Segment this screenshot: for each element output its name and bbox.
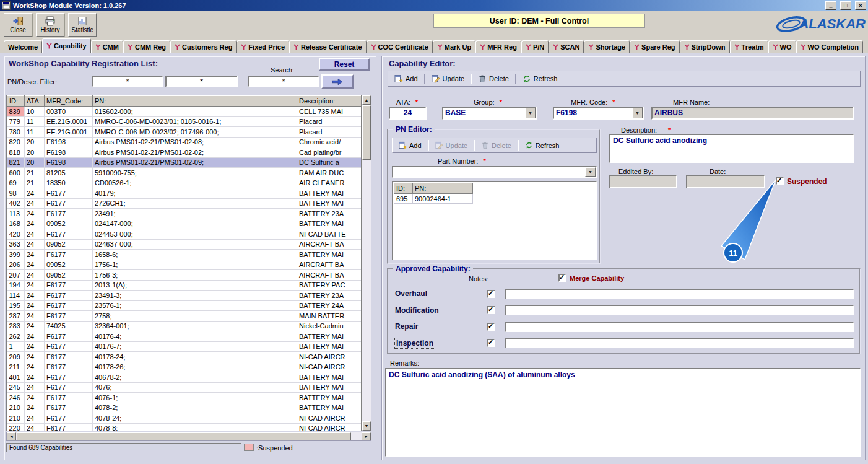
close-button[interactable]: Close [4,13,32,37]
table-row[interactable]: 77911EE.21G.0001MMRO-C-006-MD-0023/01; 0… [7,116,362,127]
approved-capability-checkbox[interactable] [487,290,495,298]
chevron-down-icon[interactable]: ▼ [525,108,536,118]
tab-cmm-reg[interactable]: CMM Reg [123,40,170,53]
scroll-right-button[interactable]: ► [362,432,371,440]
tab-fixed-price[interactable]: Fixed Price [237,40,289,53]
tab-shortage[interactable]: Shortage [584,40,630,53]
remarks-field[interactable]: DC Sulfuric acid anodizing (SAA) of alum… [385,368,861,457]
vertical-scroll-thumb[interactable] [362,105,371,160]
vertical-scrollbar[interactable]: ▲ ▼ [362,95,371,431]
table-row[interactable]: 3632409052024637-000;AIRCRAFT BA [7,239,362,250]
table-row[interactable]: 42024F6177024453-000;NI-CAD BATTE [7,229,362,240]
table-row[interactable]: 11424F617723491-3;BATTERY 23A [7,291,362,301]
search-go-button[interactable] [321,74,354,89]
table-row[interactable]: 39924F61771658-6;BATTERY MAI [7,250,362,260]
table-row[interactable]: 60021812055910090-755;RAM AIR DUC [7,168,362,178]
pn-update-button[interactable]: Update [431,140,472,151]
column-header-pn[interactable]: PN: [93,96,297,107]
tab-release-certificate[interactable]: Release Certificate [289,40,366,53]
table-row[interactable]: 24524F61774076;BATTERY MAI [7,382,362,393]
tab-treatm[interactable]: Treatm [730,40,768,53]
tab-customers-reg[interactable]: Customers Reg [170,40,237,53]
table-row[interactable]: 11324F617723491;BATTERY 23A [7,209,362,219]
pn-grid-row[interactable]: 69590002464-1 [394,194,473,204]
mfr-code-combo[interactable]: F6198 ▼ [553,107,644,120]
table-row[interactable]: 21024F61774078-2;BATTERY MAI [7,403,362,413]
editor-refresh-button[interactable]: Refresh [518,73,562,84]
table-row[interactable]: 692118350CD00526-1;AIR CLEANER [7,178,362,188]
merge-capability-checkbox[interactable] [558,274,566,282]
close-window-button[interactable]: × [855,1,866,10]
table-row[interactable]: 21024F61774078-24;NI-CAD AIRCR [7,413,362,424]
tab-coc-certificate[interactable]: COC Certificate [367,40,433,53]
column-header-mfr-code[interactable]: MFR_Code: [45,96,93,107]
column-header-id[interactable]: ID: [7,96,25,107]
table-row[interactable]: 26224F617740176-4;BATTERY MAI [7,331,362,342]
table-row[interactable]: 19524F617723576-1;BATTERY 24A [7,300,362,311]
pn-filter-input[interactable] [92,76,163,87]
scroll-up-button[interactable]: ▲ [362,95,371,105]
tab-welcome[interactable]: Welcome [4,40,42,53]
table-row[interactable]: 82020F6198Airbus PMS01-02-21/PMS01-02-08… [7,137,362,147]
tab-spare-reg[interactable]: Spare Reg [630,40,679,53]
table-row[interactable]: 40224F61772726CH1;BATTERY MAI [7,198,362,209]
approved-capability-checkbox[interactable] [487,323,495,331]
history-button[interactable]: History [36,13,64,37]
maximize-button[interactable]: □ [840,1,851,10]
table-row[interactable]: 24624F61774076-1;BATTERY MAI [7,393,362,403]
chevron-down-icon[interactable]: ▼ [585,167,596,177]
chevron-down-icon[interactable]: ▼ [632,108,643,118]
minimize-button[interactable]: _ [825,1,836,10]
statistic-button[interactable]: Statistic [68,13,97,37]
table-row[interactable]: 21124F617740178-26;NI-CAD AIRCR [7,362,362,372]
table-row[interactable]: 22024F61774078-8;NI-CAD AIRCR [7,423,362,431]
tab-wo[interactable]: WO [768,40,796,53]
tab-wo-completion[interactable]: WO Completion [796,40,864,53]
tab-p-n[interactable]: P/N [521,40,549,53]
group-combo[interactable]: BASE ▼ [442,107,537,120]
approved-note-input[interactable] [505,338,854,348]
editor-delete-button[interactable]: Delete [474,73,513,84]
editor-update-button[interactable]: Update [427,73,469,84]
approved-note-input[interactable] [505,305,854,315]
table-row[interactable]: 20624090521756-1;AIRCRAFT BA [7,260,362,270]
tab-mark-up[interactable]: Mark Up [433,40,475,53]
pn-column-header-pn[interactable]: PN: [413,183,473,194]
editor-add-button[interactable]: Add [390,73,422,84]
search-input[interactable] [248,76,319,87]
approved-capability-checkbox[interactable] [487,339,495,347]
table-row[interactable]: 83910003T0015602-000;CELL 735 MAI [7,107,362,117]
table-row[interactable]: 78011EE.21G.0001MMRO-C-006-MD-0023/02; 0… [7,127,362,138]
part-number-combo[interactable]: ▼ [392,166,597,178]
tab-scan[interactable]: SCAN [549,40,584,53]
scroll-left-button[interactable]: ◄ [7,432,16,440]
approved-note-input[interactable] [505,289,854,299]
table-row[interactable]: 20924F617740178-24;NI-CAD AIRCR [7,352,362,362]
pn-delete-button[interactable]: Delete [477,140,516,151]
horizontal-scrollbar[interactable]: ◄ ► [6,432,371,441]
scroll-down-button[interactable]: ▼ [362,421,371,431]
table-row[interactable]: 82120F6198Airbus PMS01-02-21/PMS01-02-09… [7,157,362,168]
pn-column-header-id[interactable]: ID: [394,183,413,194]
approved-note-input[interactable] [505,322,854,332]
pn-refresh-button[interactable]: Refresh [521,140,564,151]
table-row[interactable]: 1682409052024147-000;BATTERY MAI [7,219,362,229]
tab-stripdown[interactable]: StripDown [680,40,730,53]
descr-filter-input[interactable] [165,76,238,87]
tab-capability[interactable]: Capability [42,38,91,53]
table-row[interactable]: 20724090521756-3;AIRCRAFT BA [7,270,362,281]
approved-capability-checkbox[interactable] [487,306,495,314]
table-row[interactable]: 81820F6198Airbus PMS01-02-21/PMS01-02-02… [7,147,362,158]
table-row[interactable]: 9824F617740179;BATTERY MAI [7,188,362,199]
column-header-ata[interactable]: ATA: [25,96,45,107]
table-row[interactable]: 283247402532364-001;Nickel-Cadmiu [7,321,362,331]
column-header-description[interactable]: Description: [297,96,362,107]
suspended-checkbox[interactable] [776,177,784,185]
table-row[interactable]: 40124F617740678-2;BATTERY MAI [7,372,362,383]
tab-mfr-reg[interactable]: MFR Reg [475,40,521,53]
ata-input[interactable]: 24 [389,107,427,120]
pn-add-button[interactable]: Add [394,140,426,151]
table-row[interactable]: 28724F61772758;MAIN BATTER [7,311,362,322]
reset-button[interactable]: Reset [319,58,370,71]
table-row[interactable]: 19424F61772013-1(A);BATTERY PAC [7,280,362,291]
